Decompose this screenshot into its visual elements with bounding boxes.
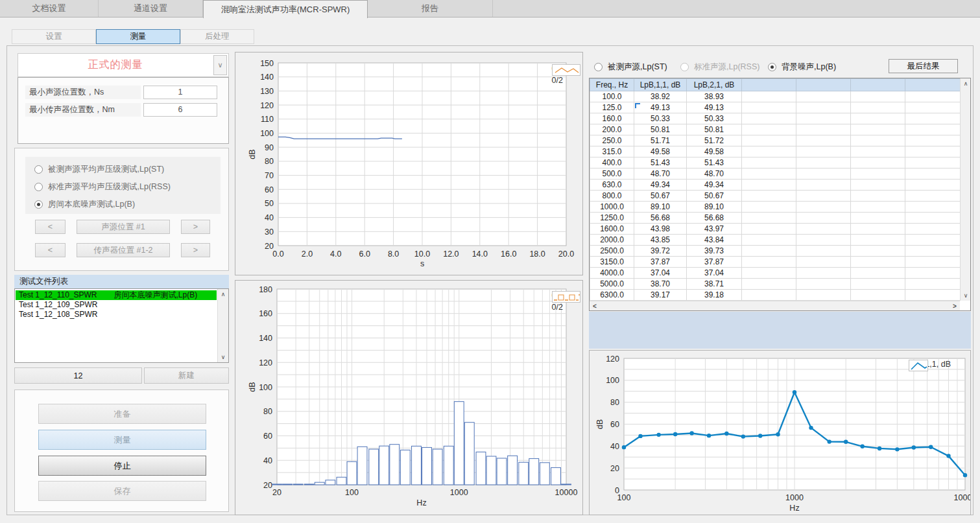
table-cell[interactable] bbox=[905, 102, 961, 113]
table-cell[interactable] bbox=[851, 180, 905, 191]
radio-lp-rss[interactable]: 标准声源平均声压级测试,Lp(RSS) bbox=[34, 181, 171, 192]
table-cell[interactable] bbox=[851, 224, 905, 235]
table-cell[interactable] bbox=[851, 268, 905, 279]
table-cell[interactable]: 49.13 bbox=[634, 102, 687, 113]
table-cell[interactable]: 1000.0 bbox=[590, 202, 634, 213]
table-cell[interactable] bbox=[742, 213, 796, 224]
table-cell[interactable] bbox=[905, 169, 961, 180]
tab-channel-settings[interactable]: 通道设置 bbox=[99, 0, 203, 17]
table-cell[interactable] bbox=[742, 257, 796, 268]
chevron-down-icon[interactable]: ∨ bbox=[213, 55, 227, 75]
table-cell[interactable] bbox=[796, 279, 851, 290]
table-cell[interactable]: 43.85 bbox=[634, 235, 687, 246]
table-cell[interactable] bbox=[796, 135, 851, 146]
table-cell[interactable]: 5000.0 bbox=[590, 279, 634, 290]
table-cell[interactable] bbox=[742, 279, 796, 290]
param-ns-field[interactable]: 1 bbox=[143, 86, 217, 99]
table-cell[interactable]: 50.67 bbox=[634, 191, 687, 202]
table-cell[interactable] bbox=[851, 290, 905, 301]
table-cell[interactable]: 1250.0 bbox=[590, 213, 634, 224]
table-cell[interactable] bbox=[742, 290, 796, 301]
table-cell[interactable] bbox=[796, 91, 851, 102]
table-cell[interactable]: 39.17 bbox=[634, 290, 687, 301]
table-cell[interactable] bbox=[742, 157, 796, 169]
table-cell[interactable] bbox=[851, 246, 905, 257]
table-cell[interactable] bbox=[742, 268, 796, 279]
result-radio-lp-rss[interactable]: 标准声源,Lp(RSS) bbox=[680, 61, 759, 73]
tab-document-settings[interactable]: 文档设置 bbox=[0, 0, 99, 17]
table-cell[interactable]: 48.70 bbox=[634, 169, 687, 180]
table-cell[interactable] bbox=[905, 213, 961, 224]
param-nm-field[interactable]: 6 bbox=[143, 103, 217, 117]
table-cell[interactable]: 100.0 bbox=[590, 91, 634, 102]
table-cell[interactable]: 2500.0 bbox=[590, 246, 634, 257]
table-cell[interactable]: 125.0 bbox=[590, 102, 634, 113]
table-cell[interactable] bbox=[851, 91, 905, 102]
table-cell[interactable]: 39.72 bbox=[634, 246, 687, 257]
table-cell[interactable]: 50.81 bbox=[634, 124, 687, 135]
table-cell[interactable] bbox=[742, 113, 796, 124]
table-cell[interactable] bbox=[905, 146, 961, 157]
table-vscrollbar[interactable]: ∧ ∨ bbox=[960, 78, 970, 301]
table-cell[interactable] bbox=[796, 257, 851, 268]
tab-mcr-spwr[interactable]: 混响室法测试声功率(MCR-SPWR) bbox=[203, 0, 368, 18]
file-list-scrollbar[interactable]: ∧ ∨ bbox=[217, 289, 228, 362]
table-cell[interactable]: 250.0 bbox=[590, 135, 634, 146]
table-cell[interactable] bbox=[796, 180, 851, 191]
table-cell[interactable] bbox=[851, 102, 905, 113]
table-cell[interactable]: 49.13 bbox=[687, 102, 742, 113]
table-cell[interactable] bbox=[905, 246, 961, 257]
table-cell[interactable] bbox=[796, 235, 851, 246]
table-cell[interactable] bbox=[742, 135, 796, 146]
table-cell[interactable] bbox=[905, 235, 961, 246]
table-cell[interactable]: 37.87 bbox=[687, 257, 742, 268]
scroll-up-icon[interactable]: ∧ bbox=[218, 289, 228, 299]
table-cell[interactable]: 2000.0 bbox=[590, 235, 634, 246]
mic-position-button[interactable]: 传声器位置 #1-2 bbox=[77, 243, 170, 257]
mic-prev-button[interactable]: < bbox=[35, 243, 66, 257]
scroll-left-icon[interactable]: < bbox=[590, 301, 600, 311]
measurement-mode-dropdown[interactable]: 正式的测量 ∨ bbox=[18, 53, 229, 77]
table-cell[interactable]: 43.97 bbox=[687, 224, 742, 235]
table-cell[interactable] bbox=[796, 246, 851, 257]
measure-button[interactable]: 测量 bbox=[38, 430, 206, 450]
subtab-postprocess[interactable]: 后处理 bbox=[180, 29, 254, 44]
table-header-cell[interactable] bbox=[905, 79, 961, 91]
table-cell[interactable]: 38.93 bbox=[687, 91, 742, 102]
table-header-cell[interactable]: LpB,1,1, dB bbox=[634, 79, 687, 91]
table-cell[interactable]: 51.72 bbox=[687, 135, 742, 146]
table-cell[interactable] bbox=[905, 180, 961, 191]
scroll-right-icon[interactable]: > bbox=[950, 301, 960, 311]
table-cell[interactable]: 56.68 bbox=[687, 213, 742, 224]
table-cell[interactable] bbox=[851, 157, 905, 169]
last-result-button[interactable]: 最后结果 bbox=[889, 59, 958, 73]
table-cell[interactable]: 500.0 bbox=[590, 169, 634, 180]
table-cell[interactable] bbox=[851, 113, 905, 124]
table-cell[interactable] bbox=[851, 191, 905, 202]
table-cell[interactable] bbox=[851, 279, 905, 290]
table-cell[interactable] bbox=[905, 113, 961, 124]
new-file-button[interactable]: 新建 bbox=[144, 367, 229, 384]
table-cell[interactable] bbox=[851, 202, 905, 213]
table-cell[interactable] bbox=[905, 290, 961, 301]
table-cell[interactable] bbox=[905, 202, 961, 213]
subtab-measure[interactable]: 测量 bbox=[96, 29, 180, 44]
table-cell[interactable] bbox=[851, 213, 905, 224]
table-cell[interactable] bbox=[796, 202, 851, 213]
table-cell[interactable]: 37.87 bbox=[634, 257, 687, 268]
result-radio-lp-b[interactable]: 背景噪声,Lp(B) bbox=[768, 61, 836, 73]
table-cell[interactable] bbox=[742, 202, 796, 213]
stop-button[interactable]: 停止 bbox=[38, 456, 206, 476]
mic-next-button[interactable]: > bbox=[181, 243, 210, 257]
table-cell[interactable]: 43.98 bbox=[634, 224, 687, 235]
table-cell[interactable]: 200.0 bbox=[590, 124, 634, 135]
table-cell[interactable] bbox=[742, 246, 796, 257]
table-cell[interactable] bbox=[796, 213, 851, 224]
table-cell[interactable] bbox=[742, 102, 796, 113]
table-cell[interactable]: 50.33 bbox=[687, 113, 742, 124]
table-header-cell[interactable]: LpB,2,1, dB bbox=[687, 79, 742, 91]
table-cell[interactable]: 51.43 bbox=[634, 157, 687, 169]
table-cell[interactable]: 400.0 bbox=[590, 157, 634, 169]
table-cell[interactable] bbox=[851, 235, 905, 246]
table-header-cell[interactable]: Freq., Hz bbox=[590, 79, 634, 91]
